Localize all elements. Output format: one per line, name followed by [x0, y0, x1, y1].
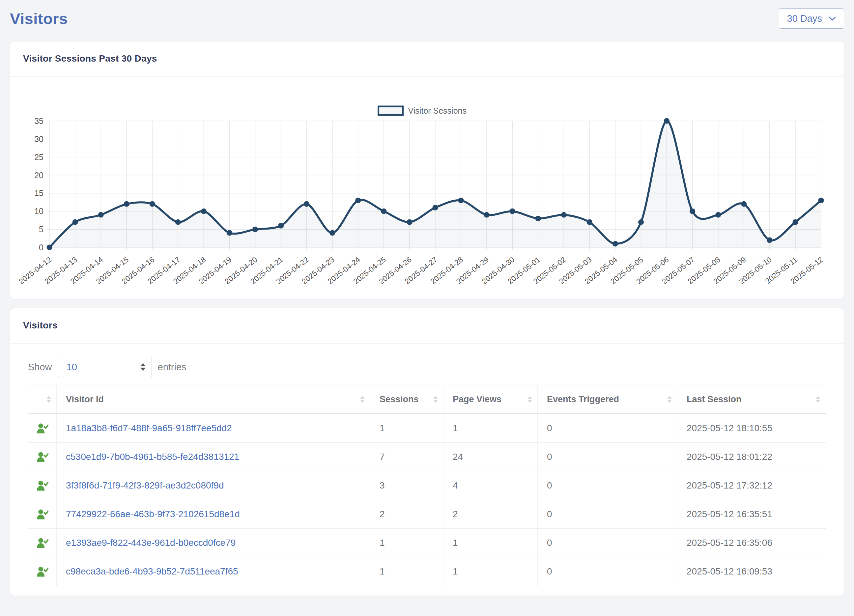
- visitor-sessions-chart: 051015202530352025-04-122025-04-132025-0…: [10, 99, 844, 292]
- visitor-id-cell: 1a18a3b8-f6d7-488f-9a65-918ff7ee5dd2: [56, 414, 371, 442]
- sort-icon: [667, 396, 672, 403]
- last-session-cell: 2025-05-12 17:32:12: [677, 471, 826, 500]
- page-title: Visitors: [10, 9, 68, 27]
- table-card-header: Visitors: [10, 308, 844, 343]
- user-check-icon: [37, 566, 49, 577]
- page-views-cell: 2: [444, 500, 538, 528]
- column-header-row-icon[interactable]: [28, 386, 56, 413]
- last-session-cell: 2025-05-12 16:35:51: [677, 500, 826, 528]
- visitor-status-cell: [28, 414, 56, 442]
- sessions-cell: 1: [371, 414, 444, 442]
- table-header-row: Visitor IdSessionsPage ViewsEvents Trigg…: [28, 386, 826, 414]
- svg-text:0: 0: [39, 243, 44, 252]
- last-session-cell: 2025-05-12 16:09:53: [677, 557, 826, 586]
- visitor-id-link[interactable]: c98eca3a-bde6-4b93-9b52-7d511eea7f65: [66, 566, 238, 577]
- svg-text:30: 30: [34, 134, 44, 143]
- visitor-id-cell: 3f3f8f6d-71f9-42f3-829f-ae3d2c080f9d: [56, 471, 371, 500]
- sort-icon: [816, 396, 820, 403]
- visitor-id-cell: 77429922-66ae-463b-9f73-2102615d8e1d: [56, 500, 371, 528]
- events-triggered-cell: 0: [538, 500, 677, 528]
- column-header-last-session[interactable]: Last Session: [677, 386, 826, 413]
- page-views-cell: 4: [444, 471, 538, 500]
- svg-text:5: 5: [39, 225, 44, 234]
- table-row: c98eca3a-bde6-4b93-9b52-7d511eea7f65 1 1…: [28, 557, 826, 586]
- column-header-page-views[interactable]: Page Views: [444, 386, 538, 413]
- legend-swatch: [378, 107, 403, 115]
- svg-text:10: 10: [34, 207, 44, 216]
- page-views-cell: 24: [444, 443, 538, 471]
- date-range-select[interactable]: 30 Days: [779, 8, 844, 29]
- svg-text:35: 35: [34, 116, 44, 125]
- page-size-value: 10: [67, 362, 77, 372]
- visitor-id-link[interactable]: 77429922-66ae-463b-9f73-2102615d8e1d: [66, 509, 240, 520]
- table-row: 3f3f8f6d-71f9-42f3-829f-ae3d2c080f9d 3 4…: [28, 471, 826, 500]
- sort-icon: [360, 396, 365, 403]
- column-header-visitor-id[interactable]: Visitor Id: [56, 386, 371, 413]
- table-row: c530e1d9-7b0b-4961-b585-fe24d3813121 7 2…: [28, 442, 826, 471]
- visitor-status-cell: [28, 557, 56, 586]
- chart-card-title: Visitor Sessions Past 30 Days: [23, 53, 831, 64]
- visitors-table-card: Visitors Show 10 entries Visitor IdSessi…: [10, 308, 844, 596]
- date-range-value: 30 Days: [787, 13, 822, 24]
- user-check-icon: [37, 538, 49, 548]
- topbar: Visitors 30 Days: [10, 5, 844, 32]
- svg-text:20: 20: [34, 171, 44, 180]
- events-triggered-cell: 0: [538, 443, 677, 471]
- page-views-cell: 1: [444, 529, 538, 557]
- sort-icon: [46, 396, 51, 403]
- user-check-icon: [37, 480, 49, 491]
- visitor-id-cell: e1393ae9-f822-443e-961d-b0eccd0fce79: [56, 529, 371, 557]
- visitor-status-cell: [28, 529, 56, 557]
- sessions-cell: 1: [371, 529, 444, 557]
- select-stepper-icon: [140, 363, 146, 371]
- table-card-body: Show 10 entries Visitor IdSessionsPage V…: [10, 357, 844, 596]
- column-header-events-triggered[interactable]: Events Triggered: [538, 386, 677, 413]
- show-label: Show: [28, 362, 52, 372]
- entries-label: entries: [158, 362, 186, 372]
- events-triggered-cell: 0: [538, 557, 677, 586]
- sort-icon: [528, 396, 532, 403]
- visitor-id-cell: c98eca3a-bde6-4b93-9b52-7d511eea7f65: [56, 557, 371, 586]
- table-row: 77429922-66ae-463b-9f73-2102615d8e1d 2 2…: [28, 500, 826, 528]
- sessions-cell: 3: [371, 471, 444, 500]
- user-check-icon: [37, 423, 49, 433]
- user-check-icon: [37, 451, 49, 462]
- table-row: 1a18a3b8-f6d7-488f-9a65-918ff7ee5dd2 1 1…: [28, 414, 826, 442]
- visitor-sessions-card: Visitor Sessions Past 30 Days 0510152025…: [10, 41, 844, 299]
- page-views-cell: 1: [444, 557, 538, 586]
- visitor-id-link[interactable]: c530e1d9-7b0b-4961-b585-fe24d3813121: [66, 451, 239, 462]
- visitor-status-cell: [28, 443, 56, 471]
- user-check-icon: [37, 509, 49, 520]
- column-header-sessions[interactable]: Sessions: [371, 386, 444, 413]
- events-triggered-cell: 0: [538, 471, 677, 500]
- svg-text:15: 15: [34, 188, 44, 198]
- visitors-page: Visitors 30 Days Visitor Sessions Past 3…: [0, 0, 854, 596]
- table-card-title: Visitors: [23, 320, 831, 331]
- sessions-cell: 7: [371, 443, 444, 471]
- svg-text:25: 25: [34, 152, 44, 162]
- legend-label: Visitor Sessions: [408, 106, 467, 115]
- visitor-id-cell: c530e1d9-7b0b-4961-b585-fe24d3813121: [56, 443, 371, 471]
- visitor-id-link[interactable]: 3f3f8f6d-71f9-42f3-829f-ae3d2c080f9d: [66, 480, 224, 491]
- events-triggered-cell: 0: [538, 529, 677, 557]
- last-session-cell: 2025-05-12 16:35:06: [677, 529, 826, 557]
- last-session-cell: 2025-05-12 18:10:55: [677, 414, 826, 442]
- visitor-id-link[interactable]: e1393ae9-f822-443e-961d-b0eccd0fce79: [66, 538, 236, 548]
- table-row: e1393ae9-f822-443e-961d-b0eccd0fce79 1 1…: [28, 528, 826, 557]
- chart-area: 051015202530352025-04-122025-04-132025-0…: [10, 77, 844, 299]
- visitor-status-cell: [28, 471, 56, 500]
- sort-icon: [433, 396, 438, 403]
- table-body: 1a18a3b8-f6d7-488f-9a65-918ff7ee5dd2 1 1…: [28, 414, 826, 586]
- chart-card-header: Visitor Sessions Past 30 Days: [10, 41, 844, 77]
- page-views-cell: 1: [444, 414, 538, 442]
- chevron-down-icon: [829, 17, 836, 21]
- table-controls: Show 10 entries: [28, 357, 826, 377]
- events-triggered-cell: 0: [538, 414, 677, 442]
- page-size-select[interactable]: 10: [58, 357, 152, 377]
- visitor-status-cell: [28, 500, 56, 528]
- visitor-id-link[interactable]: 1a18a3b8-f6d7-488f-9a65-918ff7ee5dd2: [66, 423, 232, 433]
- table-row-partial: [28, 586, 826, 596]
- legend-item-visitor-sessions[interactable]: Visitor Sessions: [378, 106, 467, 115]
- visitors-table: Visitor IdSessionsPage ViewsEvents Trigg…: [28, 385, 826, 596]
- sessions-cell: 2: [371, 500, 444, 528]
